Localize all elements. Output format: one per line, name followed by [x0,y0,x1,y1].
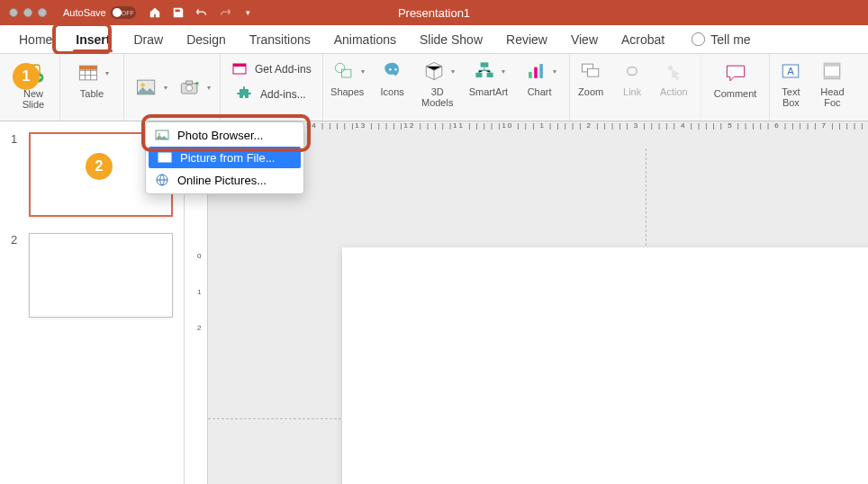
link-icon [619,58,646,85]
3d-models-button[interactable]: ▾3D Models [413,54,462,121]
chevron-down-icon: ▾ [451,67,455,76]
tab-view[interactable]: View [559,25,610,54]
chevron-down-icon: ▾ [164,84,167,92]
window-controls[interactable] [9,8,47,17]
menu-photo-browser[interactable]: Photo Browser... [146,124,303,146]
screenshot-button[interactable]: ▾ [176,74,211,101]
smartart-icon [471,58,498,85]
svg-point-7 [186,85,193,91]
header-footer-button[interactable]: Head Foc [811,54,853,121]
chart-icon [522,58,549,85]
puzzle-icon [237,85,253,104]
svg-point-32 [161,156,164,158]
tab-transitions[interactable]: Transitions [238,25,322,54]
get-addins-button[interactable]: Get Add-ins [231,59,312,79]
tab-review[interactable]: Review [494,25,559,54]
slide-canvas[interactable] [342,247,868,484]
home-icon[interactable] [149,6,161,19]
header-footer-icon [818,58,845,85]
shapes-icon [330,58,357,85]
svg-rect-28 [825,76,841,79]
chart-button[interactable]: ▾Chart [515,54,570,121]
svg-point-5 [140,83,144,86]
horizontal-ruler: 16 | | | | |15 | | | | |14 | | | | |13 |… [208,121,868,132]
undo-icon[interactable] [195,6,208,19]
image-icon [155,128,169,142]
svg-rect-15 [481,62,489,67]
comment-icon [722,59,749,86]
insert-ribbon: New Slide ▾ Table ▾ ▾ Get Add-ins Add-in… [0,54,868,121]
ribbon-tabs: Home Insert Draw Design Transitions Anim… [0,25,868,54]
cube-icon [420,58,448,85]
editor-workarea: 1 2 16 | | | | |15 | | | | |14 | | | | |… [0,121,868,484]
my-addins-button[interactable]: Add-ins... [237,85,306,104]
autosave-label: AutoSave [63,7,106,18]
link-button: Link [611,54,653,121]
svg-point-30 [158,133,161,136]
svg-rect-19 [534,67,538,78]
tab-home[interactable]: Home [7,25,64,54]
close-window-dot[interactable] [9,8,18,17]
svg-rect-12 [341,69,351,77]
svg-rect-22 [588,68,599,76]
minimize-window-dot[interactable] [23,8,32,17]
shapes-button[interactable]: ▾Shapes [323,54,372,121]
save-icon[interactable] [172,6,185,19]
addins-store-icon [231,59,248,79]
action-button: Action [653,54,701,121]
chevron-down-icon: ▾ [553,67,556,76]
smartart-button[interactable]: ▾SmartArt [462,54,515,121]
tell-me-search[interactable]: Tell me [680,25,762,54]
tutorial-step-2-badge: 2 [86,153,113,180]
svg-text:A: A [788,66,795,76]
svg-point-14 [394,68,397,71]
text-box-button[interactable]: AText Box [770,54,811,121]
svg-rect-3 [79,66,96,69]
svg-rect-17 [487,73,493,77]
svg-rect-27 [825,63,841,67]
table-icon [75,59,102,86]
comment-button[interactable]: Comment [701,54,771,121]
action-icon [660,58,687,85]
table-button[interactable]: ▾ Table [60,54,124,121]
tab-insert[interactable]: Insert [64,25,122,54]
window-titlebar: AutoSave OFF ▾ Presentation1 [0,0,868,25]
document-title: Presentation1 [398,6,470,20]
zoom-window-dot[interactable] [38,8,47,17]
sticker-icon [379,58,406,85]
tab-design[interactable]: Design [175,25,238,54]
slide-thumb[interactable] [29,233,173,318]
svg-rect-16 [476,73,483,77]
zoom-icon [577,58,604,85]
zoom-button[interactable]: Zoom [570,54,611,121]
chevron-down-icon: ▾ [207,84,211,92]
pictures-button[interactable]: ▾ [133,74,167,101]
autosave-toggle[interactable]: OFF [111,6,136,19]
redo-icon[interactable] [219,6,231,19]
menu-online-pictures[interactable]: Online Pictures... [146,169,303,191]
tab-acrobat[interactable]: Acrobat [610,25,676,54]
autosave-control[interactable]: AutoSave OFF [63,6,136,19]
icons-button[interactable]: Icons [372,54,413,121]
tab-slideshow[interactable]: Slide Show [408,25,494,54]
tab-animations[interactable]: Animations [322,25,408,54]
menu-picture-from-file[interactable]: Picture from File... [149,147,301,168]
chevron-down-icon: ▾ [502,67,505,76]
picture-file-icon [158,150,172,165]
lightbulb-icon [692,32,705,46]
tab-draw[interactable]: Draw [122,25,175,54]
globe-icon [155,173,169,187]
svg-point-13 [389,68,392,71]
tutorial-step-1-badge: 1 [13,63,40,90]
svg-rect-18 [529,72,532,78]
chevron-down-icon: ▾ [105,69,109,77]
chevron-down-icon: ▾ [361,67,365,76]
svg-rect-10 [233,64,246,67]
slide-thumbnail-2[interactable]: 2 [11,233,173,318]
pictures-dropdown: Photo Browser... Picture from File... On… [145,121,304,194]
picture-icon [133,74,160,101]
svg-rect-20 [539,64,543,78]
more-down-icon[interactable]: ▾ [242,6,255,19]
svg-point-11 [335,63,345,73]
textbox-icon: A [777,58,804,85]
